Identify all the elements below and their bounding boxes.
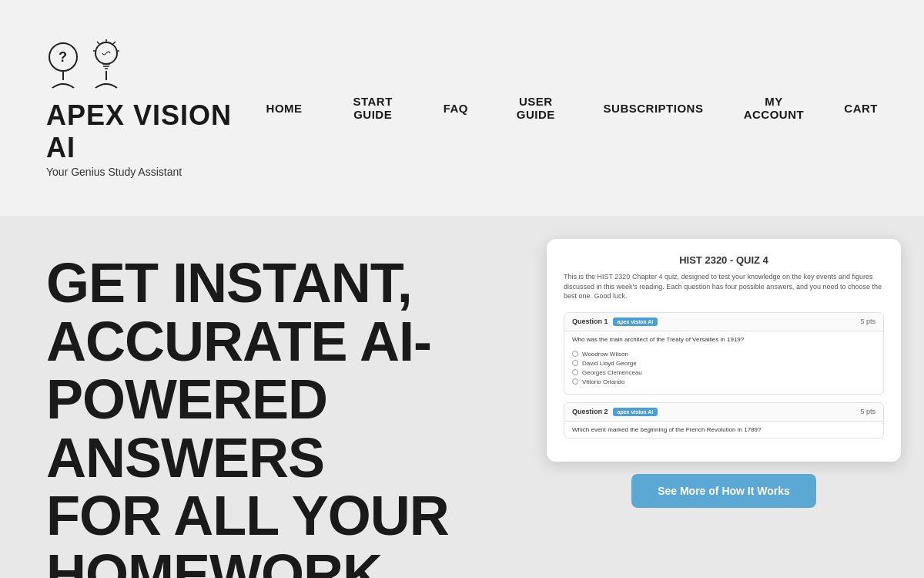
nav-subscriptions[interactable]: SUBSCRIPTIONS (604, 102, 704, 115)
svg-text:?: ? (59, 49, 67, 65)
nav-home[interactable]: HOME (266, 102, 303, 115)
hero-section: GET INSTANT, ACCURATE AI- POWERED ANSWER… (0, 216, 924, 578)
brand-logo-icon: ? (46, 38, 131, 92)
nav-faq[interactable]: FAQ (444, 102, 468, 115)
main-nav: HOME START GUIDE FAQ USER GUIDE SUBSCRIP… (266, 95, 878, 121)
nav-my-account[interactable]: MY ACCOUNT (734, 95, 813, 121)
hero-line-2: ACCURATE AI- (46, 311, 431, 372)
logo-area: ? (46, 38, 266, 178)
brand-tagline: Your Genius Study Assistant (46, 166, 266, 178)
header: ? (0, 0, 924, 216)
logo-icon: ? (46, 38, 266, 92)
nav-user-guide[interactable]: USER GUIDE (499, 95, 573, 121)
hero-line-4: FOR ALL YOUR (46, 485, 449, 546)
brand-name: APEX VISION AI (46, 99, 266, 164)
nav-cart[interactable]: CART (844, 102, 878, 115)
hero-line-3: POWERED ANSWERS (46, 368, 327, 489)
hero-line-5: HOMEWORK, (46, 543, 397, 578)
hero-line-1: GET INSTANT, (46, 252, 412, 314)
svg-line-8 (113, 42, 116, 44)
nav-start-guide[interactable]: START GUIDE (333, 95, 413, 121)
hero-text: GET INSTANT, ACCURATE AI- POWERED ANSWER… (46, 254, 878, 578)
svg-line-10 (97, 42, 99, 44)
hero-headline: GET INSTANT, ACCURATE AI- POWERED ANSWER… (46, 254, 493, 578)
